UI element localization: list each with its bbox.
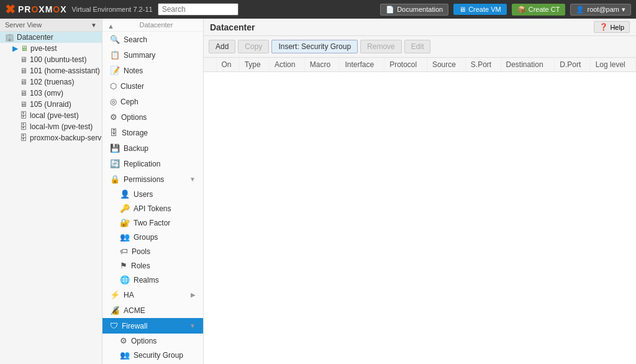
nav-sub-groups[interactable]: 👥 Groups <box>102 230 203 244</box>
search-box[interactable] <box>158 3 238 16</box>
nav-item-replication[interactable]: 🔄 Replication <box>102 156 203 171</box>
tree-item-vm102[interactable]: 🖥 102 (truenas) <box>0 76 102 88</box>
col-sport[interactable]: S.Port <box>465 58 501 72</box>
firewall-expand-icon: ▼ <box>189 322 196 329</box>
nav-sub-fw-options[interactable]: ⚙ Options <box>102 334 203 348</box>
nav-item-cluster[interactable]: ⬡ Cluster <box>102 78 203 94</box>
server-view-header: Server View ▼ <box>0 19 102 32</box>
vm-icon-103: 🖥 <box>20 89 27 98</box>
tree-item-vm103[interactable]: 🖥 103 (omv) <box>0 88 102 99</box>
col-protocol[interactable]: Protocol <box>384 58 427 72</box>
pools-icon: 🏷 <box>120 247 128 256</box>
tree-item-pve[interactable]: ▶ 🖥 pve-test <box>0 43 102 54</box>
nav-item-permissions[interactable]: 🔒 Permissions ▼ <box>102 171 203 187</box>
nav-item-backup[interactable]: 💾 Backup <box>102 140 203 156</box>
two-factor-icon: 🔐 <box>120 218 130 227</box>
node-icon: ▶ <box>12 44 18 53</box>
insert-security-group-button[interactable]: Insert: Security Group <box>271 40 358 53</box>
ha-icon: ⚡ <box>110 290 120 299</box>
tree-item-local[interactable]: 🗄 local (pve-test) <box>0 110 102 121</box>
realms-icon: 🌐 <box>120 275 130 284</box>
logo: ✖ PROXMOX <box>5 2 67 17</box>
tree-item-local-lvm[interactable]: 🗄 local-lvm (pve-test) <box>0 121 102 132</box>
col-destination[interactable]: Destination <box>501 58 555 72</box>
users-icon: 👤 <box>120 189 130 199</box>
firewall-icon: 🛡 <box>110 321 118 330</box>
tree-item-vm105[interactable]: 🖥 105 (Unraid) <box>0 99 102 110</box>
table-area: On Type Action Macro Interface <box>204 58 636 364</box>
acme-icon: 🔏 <box>110 306 120 315</box>
tree-item-vm101[interactable]: 🖥 101 (home-assistant) <box>0 65 102 76</box>
remove-button[interactable]: Remove <box>360 40 402 53</box>
tree-item-vm100[interactable]: 🖥 100 (ubuntu-test) <box>0 54 102 65</box>
nav-item-summary[interactable]: 📋 Summary <box>102 47 203 63</box>
ha-expand-icon: ▶ <box>191 291 196 298</box>
search-input[interactable] <box>158 3 238 16</box>
col-checkbox <box>204 58 216 72</box>
documentation-button[interactable]: 📄 Documentation <box>380 4 448 16</box>
nav-sub-users[interactable]: 👤 Users <box>102 187 203 201</box>
nav-title: ▲ Datacenter <box>102 19 203 32</box>
nav-item-notes[interactable]: 📝 Notes <box>102 63 203 78</box>
nav-sub-roles[interactable]: ⚑ Roles <box>102 258 203 273</box>
search-nav-icon: 🔍 <box>110 35 120 44</box>
col-on[interactable]: On <box>216 58 239 72</box>
storage-icon-local: 🗄 <box>20 111 27 120</box>
nav-panel: ▲ Datacenter 🔍 Search 📋 Summary 📝 Notes … <box>102 19 204 364</box>
nav-sub-security-group[interactable]: 👥 Security Group <box>102 348 203 362</box>
nav-item-ceph[interactable]: ◎ Ceph <box>102 94 203 109</box>
nav-item-search[interactable]: 🔍 Search <box>102 32 203 47</box>
fw-options-icon: ⚙ <box>120 336 127 345</box>
col-source[interactable]: Source <box>427 58 465 72</box>
options-icon: ⚙ <box>110 112 117 122</box>
nav-item-acme[interactable]: 🔏 ACME <box>102 303 203 318</box>
nav-sub-two-factor[interactable]: 🔐 Two Factor <box>102 216 203 230</box>
page-title: Datacenter <box>210 22 255 32</box>
nav-item-firewall[interactable]: 🛡 Firewall ▼ <box>102 318 203 334</box>
chevron-down-icon: ▾ <box>622 6 625 14</box>
left-panel: Server View ▼ 🏢 Datacenter ▶ 🖥 pve-test … <box>0 19 102 364</box>
notes-icon: 📝 <box>110 66 120 75</box>
nav-item-ha[interactable]: ⚡ HA ▶ <box>102 287 203 303</box>
nav-sub-realms[interactable]: 🌐 Realms <box>102 273 203 287</box>
col-interface[interactable]: Interface <box>340 58 384 72</box>
storage-icon-lvm: 🗄 <box>20 122 27 131</box>
edit-button[interactable]: Edit <box>404 40 431 53</box>
content-area: Datacenter ❓ Help Add Copy Insert: Secur… <box>204 19 636 364</box>
datacenter-icon: 🏢 <box>5 33 14 42</box>
col-dport[interactable]: D.Port <box>555 58 590 72</box>
col-macro[interactable]: Macro <box>304 58 340 72</box>
add-button[interactable]: Add <box>209 40 235 53</box>
tree-item-datacenter[interactable]: 🏢 Datacenter <box>0 32 102 43</box>
backup-icon: 💾 <box>110 143 120 153</box>
content-header: Datacenter ❓ Help <box>204 19 636 36</box>
nav-item-storage[interactable]: 🗄 Storage <box>102 125 203 140</box>
logo-text: PROXMOX <box>18 4 67 14</box>
monitor-icon: 🖥 <box>459 6 466 13</box>
ceph-icon: ◎ <box>110 97 117 106</box>
create-vm-button[interactable]: 🖥 Create VM <box>453 4 507 15</box>
main-layout: Server View ▼ 🏢 Datacenter ▶ 🖥 pve-test … <box>0 19 636 364</box>
col-type[interactable]: Type <box>239 58 269 72</box>
col-loglevel[interactable]: Log level <box>590 58 635 72</box>
tree-item-backup[interactable]: 🗄 proxmox-backup-serv <box>0 132 102 143</box>
user-menu-button[interactable]: 👤 root@pam ▾ <box>570 4 631 16</box>
summary-icon: 📋 <box>110 50 120 60</box>
permissions-expand-icon: ▼ <box>189 176 196 183</box>
nav-sub-pools[interactable]: 🏷 Pools <box>102 244 203 258</box>
nav-item-options[interactable]: ⚙ Options <box>102 109 203 125</box>
create-ct-button[interactable]: 📦 Create CT <box>512 4 566 16</box>
permissions-icon: 🔒 <box>110 175 120 184</box>
copy-button[interactable]: Copy <box>238 40 269 53</box>
firewall-table: On Type Action Macro Interface <box>204 58 636 72</box>
replication-icon: 🔄 <box>110 159 120 168</box>
groups-icon: 👥 <box>120 232 130 242</box>
storage-nav-icon: 🗄 <box>110 128 118 137</box>
vm-icon-100: 🖥 <box>20 55 27 64</box>
security-group-icon: 👥 <box>120 350 130 360</box>
help-icon: ❓ <box>599 23 608 31</box>
help-button[interactable]: ❓ Help <box>594 21 630 33</box>
env-label: Virtual Environment 7.2-11 <box>72 6 153 13</box>
nav-sub-api-tokens[interactable]: 🔑 API Tokens <box>102 201 203 216</box>
col-action[interactable]: Action <box>270 58 305 72</box>
